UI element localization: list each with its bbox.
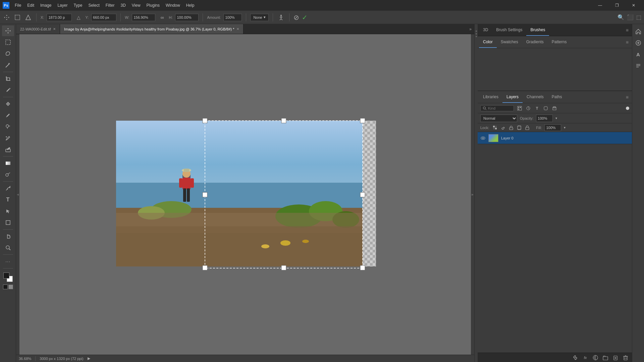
status-arrow[interactable]: ▶	[88, 356, 90, 361]
tab-patterns[interactable]: Patterns	[548, 36, 571, 48]
extra-tools-button[interactable]: ···	[2, 256, 14, 267]
search-icon[interactable]: 🔍	[618, 14, 624, 20]
history-brush-tool[interactable]	[2, 133, 14, 143]
minimize-button[interactable]: —	[592, 0, 608, 11]
new-layer-button[interactable]	[612, 354, 619, 361]
link-layers-button[interactable]	[572, 354, 579, 361]
menu-plugins[interactable]: Plugins	[144, 2, 162, 9]
tab-3d[interactable]: 3D	[479, 24, 492, 36]
lasso-tool[interactable]	[2, 48, 14, 59]
tab-paths[interactable]: Paths	[548, 91, 566, 103]
opacity-chevron[interactable]: ▾	[555, 116, 557, 120]
filter-shape-icon[interactable]	[542, 105, 549, 112]
cancel-transform-button[interactable]: ⊘	[293, 13, 299, 21]
layers-panel-menu-icon[interactable]: ≡	[624, 95, 631, 100]
tab-color[interactable]: Color	[479, 36, 497, 48]
tab2-close[interactable]: ✕	[236, 27, 239, 31]
link-icon[interactable]: ∞	[158, 13, 166, 21]
kind-filter-input[interactable]	[488, 106, 508, 110]
path-selection-tool[interactable]	[2, 206, 14, 217]
opacity-input[interactable]	[536, 115, 553, 122]
lock-artboard[interactable]	[516, 124, 523, 131]
crop-tool[interactable]	[2, 73, 14, 84]
character-panel-icon[interactable]: A	[634, 50, 643, 59]
zoom-tool[interactable]	[2, 242, 14, 253]
new-group-button[interactable]	[602, 354, 609, 361]
tab-file1[interactable]: 22-WA0000-Edit.tif ✕	[16, 24, 60, 34]
add-layer-mask-button[interactable]	[592, 354, 599, 361]
menu-file[interactable]: File	[12, 2, 24, 9]
paragraph-panel-icon[interactable]	[634, 61, 643, 70]
lock-all[interactable]	[524, 124, 531, 131]
layer-item[interactable]: Layer 0	[478, 132, 632, 144]
shape-tool[interactable]	[2, 217, 14, 228]
fill-input[interactable]	[544, 124, 561, 131]
filter-text-icon[interactable]: T	[533, 105, 541, 112]
tab-gradients[interactable]: Gradients	[522, 36, 548, 48]
brush-tool[interactable]	[2, 110, 14, 121]
workspace-icon[interactable]: ⬚	[636, 14, 641, 20]
hand-tool[interactable]	[2, 231, 14, 242]
layer-visibility-toggle[interactable]	[480, 135, 486, 141]
tab-libraries[interactable]: Libraries	[479, 91, 502, 103]
gradient-tool[interactable]	[2, 158, 14, 169]
magic-wand-tool[interactable]	[2, 60, 14, 70]
y-input[interactable]	[91, 14, 116, 21]
w-input[interactable]	[132, 14, 155, 21]
delete-layer-button[interactable]	[622, 354, 629, 361]
menu-view[interactable]: View	[129, 2, 143, 9]
maximize-button[interactable]: ❐	[609, 0, 625, 11]
switch-colors-icon[interactable]	[3, 285, 8, 289]
x-input[interactable]	[47, 14, 72, 21]
confirm-transform-button[interactable]: ✓	[302, 13, 308, 21]
amount-input[interactable]	[223, 14, 242, 21]
tab-brush-settings[interactable]: Brush Settings	[492, 24, 526, 36]
blend-mode-select[interactable]: NormalDissolveDarkenMultiplyColor BurnLi…	[480, 115, 517, 122]
blend-mode-dropdown[interactable]: None ▾	[250, 14, 268, 21]
default-colors-icon[interactable]	[8, 285, 13, 289]
menu-window[interactable]: Window	[163, 2, 183, 9]
add-layer-style-button[interactable]: fx	[582, 354, 589, 361]
h-input[interactable]	[175, 14, 199, 21]
tab-scroll-arrow[interactable]: »	[467, 24, 474, 34]
arrange-documents-icon[interactable]: ⬛	[627, 14, 634, 20]
menu-type[interactable]: Type	[71, 2, 85, 9]
mid-collapse-handle[interactable]	[475, 27, 478, 40]
properties-panel-icon[interactable]	[634, 38, 643, 48]
eraser-tool[interactable]	[2, 144, 14, 155]
menu-help[interactable]: Help	[183, 2, 197, 9]
tab-swatches[interactable]: Swatches	[497, 36, 522, 48]
sub-panel-menu-icon[interactable]: ≡	[624, 40, 631, 45]
color-swatches[interactable]	[2, 271, 14, 283]
tab-channels[interactable]: Channels	[523, 91, 548, 103]
pen-tool[interactable]	[2, 183, 14, 194]
filter-smart-object-icon[interactable]	[551, 105, 558, 112]
tab1-close[interactable]: ✕	[53, 27, 56, 31]
right-collapse-handle[interactable]: ▶	[471, 34, 474, 355]
tab-brushes[interactable]: Brushes	[526, 24, 549, 36]
marquee-tool[interactable]	[2, 37, 14, 48]
menu-layer[interactable]: Layer	[55, 2, 70, 9]
filter-toggle[interactable]	[626, 107, 629, 110]
healing-tool[interactable]	[2, 99, 14, 109]
eyedropper-tool[interactable]	[2, 85, 14, 96]
tab-file2[interactable]: Image by Anja@#helpinghands #solidarity#…	[60, 24, 244, 34]
lock-position[interactable]	[508, 124, 515, 131]
lock-image-pixels[interactable]	[500, 124, 506, 131]
menu-filter[interactable]: Filter	[103, 2, 117, 9]
type-tool[interactable]: T	[2, 194, 14, 205]
left-collapse-handle[interactable]: ◀	[16, 34, 19, 355]
move-tool[interactable]	[2, 25, 14, 36]
clone-stamp-tool[interactable]	[2, 121, 14, 132]
panel-menu-icon[interactable]: ≡	[624, 27, 631, 33]
fill-chevron[interactable]: ▾	[564, 126, 566, 129]
lock-transparent-pixels[interactable]	[492, 124, 498, 131]
tab-layers[interactable]: Layers	[502, 91, 523, 103]
close-button[interactable]: ✕	[626, 0, 641, 11]
menu-3d[interactable]: 3D	[118, 2, 128, 9]
menu-select[interactable]: Select	[86, 2, 102, 9]
filter-pixel-icon[interactable]	[516, 105, 523, 112]
menu-image[interactable]: Image	[38, 2, 54, 9]
menu-edit[interactable]: Edit	[24, 2, 37, 9]
dodge-tool[interactable]	[2, 169, 14, 180]
